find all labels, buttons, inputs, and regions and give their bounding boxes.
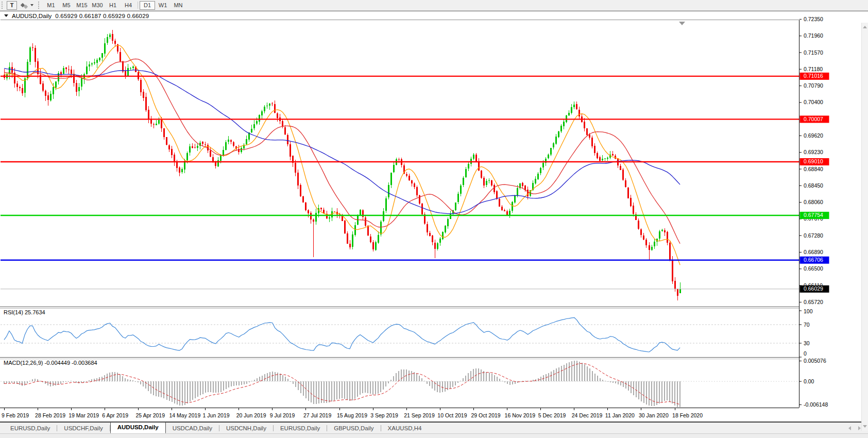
macd-indicator-label: MACD(12,26,9) -0.004449 -0.003684: [4, 360, 97, 366]
timeframe-button-h4[interactable]: H4: [121, 1, 136, 10]
svg-text:30: 30: [804, 340, 810, 346]
timeframe-button-m1[interactable]: M1: [43, 1, 59, 10]
svg-text:0.71180: 0.71180: [804, 66, 823, 72]
tab-scroll-right-button[interactable]: [858, 426, 861, 430]
svg-text:21 Sep 2019: 21 Sep 2019: [404, 412, 435, 418]
price-axis: 0.723500.719600.715700.711800.707900.704…: [799, 16, 829, 305]
chart-title-bar: AUDUSD,Daily 0.65929 0.66187 0.65929 0.6…: [1, 12, 799, 20]
macd-panel: [1, 361, 799, 407]
macd-axis: 0.0050760.00-0.006148: [799, 358, 828, 408]
svg-text:15 Aug 2019: 15 Aug 2019: [337, 412, 367, 418]
rsi-panel: [1, 317, 799, 352]
chart-tab-eurusd-2[interactable]: EURUSD,Daily: [274, 424, 327, 433]
main-price-panel: [0, 30, 799, 300]
ma-line-8: [4, 45, 680, 265]
macd-histogram: [4, 361, 680, 407]
rsi-indicator-label: RSI(14) 25.7634: [4, 309, 45, 315]
svg-text:0.69620: 0.69620: [804, 132, 823, 139]
timeframe-button-h1[interactable]: H1: [105, 1, 121, 10]
terminal-screen: T M1 M5 M15 M30 H1 H4 D1 W1 MN AUDUSD,Da…: [0, 0, 868, 438]
toolbar-grip-2: [38, 2, 41, 9]
scroll-down-icon[interactable]: [863, 425, 867, 428]
svg-text:0.71016: 0.71016: [804, 73, 823, 79]
svg-text:24 Dec 2019: 24 Dec 2019: [572, 412, 603, 418]
tab-scroll-left-button[interactable]: [848, 426, 851, 430]
text-tool-button[interactable]: T: [7, 1, 17, 10]
svg-text:9 Jul 2019: 9 Jul 2019: [270, 412, 295, 418]
svg-text:0.005076: 0.005076: [804, 358, 826, 364]
chart-shift-marker-icon: [679, 22, 685, 25]
svg-text:0.67754: 0.67754: [804, 212, 823, 218]
svg-text:9 Feb 2019: 9 Feb 2019: [2, 412, 29, 418]
chart-ohlc-values: 0.65929 0.66187 0.65929 0.66029: [55, 13, 149, 19]
indicator-style-button[interactable]: [20, 1, 35, 10]
svg-text:6 Apr 2019: 6 Apr 2019: [102, 412, 128, 418]
svg-text:0.66029: 0.66029: [804, 285, 823, 292]
chart-tab-bar: EURUSD,Daily USDCHF,Daily AUDUSD,Daily U…: [0, 422, 868, 433]
chart-window: AUDUSD,Daily 0.65929 0.66187 0.65929 0.6…: [0, 11, 868, 422]
chart-tab-usdcad[interactable]: USDCAD,Daily: [166, 424, 219, 433]
svg-text:0.68840: 0.68840: [804, 166, 823, 172]
svg-text:18 Feb 2020: 18 Feb 2020: [672, 412, 703, 418]
svg-text:5 Dec 2019: 5 Dec 2019: [538, 412, 566, 418]
svg-text:0.68060: 0.68060: [804, 199, 823, 205]
toolbar-separator: [138, 2, 138, 9]
svg-text:11 Jan 2020: 11 Jan 2020: [605, 412, 635, 418]
svg-text:0.67280: 0.67280: [804, 232, 823, 239]
svg-text:0.65720: 0.65720: [804, 299, 823, 305]
chart-tab-usdcnh[interactable]: USDCNH,Daily: [219, 424, 273, 433]
svg-text:0.66890: 0.66890: [804, 249, 823, 255]
svg-text:10 Oct 2019: 10 Oct 2019: [437, 412, 467, 418]
svg-text:0.00: 0.00: [804, 378, 814, 384]
svg-text:1 Jun 2019: 1 Jun 2019: [203, 412, 230, 418]
svg-text:25 Apr 2019: 25 Apr 2019: [135, 412, 165, 418]
chart-tab-gbpusd[interactable]: GBPUSD,Daily: [327, 424, 380, 433]
svg-text:16 Nov 2019: 16 Nov 2019: [505, 412, 536, 418]
svg-text:0.71960: 0.71960: [804, 32, 823, 39]
toolbar-grip: [2, 2, 5, 9]
chart-collapse-icon[interactable]: [4, 14, 8, 17]
timeframe-button-m5[interactable]: M5: [59, 1, 74, 10]
svg-text:0: 0: [804, 350, 807, 357]
chart-tab-xauusd[interactable]: XAUUSD,H4: [381, 424, 429, 433]
svg-text:0.70400: 0.70400: [804, 99, 823, 105]
svg-text:19 Mar 2019: 19 Mar 2019: [69, 412, 99, 418]
svg-text:0.70790: 0.70790: [804, 82, 823, 89]
scroll-up-icon[interactable]: [863, 26, 867, 28]
svg-text:27 Jul 2019: 27 Jul 2019: [303, 412, 331, 418]
svg-text:0.72350: 0.72350: [804, 16, 823, 22]
svg-text:100: 100: [804, 308, 813, 314]
svg-text:-0.006148: -0.006148: [804, 401, 828, 408]
timeframe-button-mn[interactable]: MN: [171, 1, 186, 10]
svg-text:0.69230: 0.69230: [804, 149, 823, 155]
rsi-line: [4, 317, 680, 352]
svg-text:29 Oct 2019: 29 Oct 2019: [471, 412, 500, 418]
chart-tab-audusd[interactable]: AUDUSD,Daily: [110, 422, 166, 433]
chart-title: AUDUSD,Daily: [12, 13, 52, 19]
timeframe-button-d1[interactable]: D1: [140, 1, 155, 10]
dropdown-caret-icon: [30, 4, 33, 6]
svg-text:0.68450: 0.68450: [804, 182, 823, 189]
svg-text:0.70007: 0.70007: [804, 116, 823, 122]
svg-text:70: 70: [804, 322, 810, 328]
svg-text:20 Jun 2019: 20 Jun 2019: [236, 412, 266, 418]
chart-tab-eurusd[interactable]: EURUSD,Daily: [4, 424, 57, 433]
svg-text:28 Feb 2019: 28 Feb 2019: [35, 412, 65, 418]
svg-text:0.66500: 0.66500: [804, 265, 823, 272]
svg-text:30 Jan 2020: 30 Jan 2020: [639, 412, 669, 418]
timeframe-button-m15[interactable]: M15: [74, 1, 90, 10]
price-chart-canvas[interactable]: 0.723500.719600.715700.711800.707900.704…: [0, 12, 868, 422]
timeframe-button-w1[interactable]: W1: [155, 1, 171, 10]
timeframe-button-m30[interactable]: M30: [90, 1, 105, 10]
svg-text:0.71570: 0.71570: [804, 49, 823, 56]
date-axis: 9 Feb 201928 Feb 201919 Mar 20196 Apr 20…: [2, 408, 703, 418]
svg-text:0.69010: 0.69010: [804, 158, 823, 164]
chart-tab-usdchf[interactable]: USDCHF,Daily: [57, 424, 109, 433]
svg-text:3 Sep 2019: 3 Sep 2019: [370, 412, 398, 418]
chart-vertical-scrollbar[interactable]: [861, 23, 868, 431]
rsi-axis: 10070300: [799, 308, 813, 357]
svg-text:14 May 2019: 14 May 2019: [169, 412, 201, 418]
svg-text:0.66706: 0.66706: [804, 257, 823, 263]
ma-line-50: [4, 69, 680, 214]
top-toolbar: T M1 M5 M15 M30 H1 H4 D1 W1 MN: [0, 0, 868, 11]
